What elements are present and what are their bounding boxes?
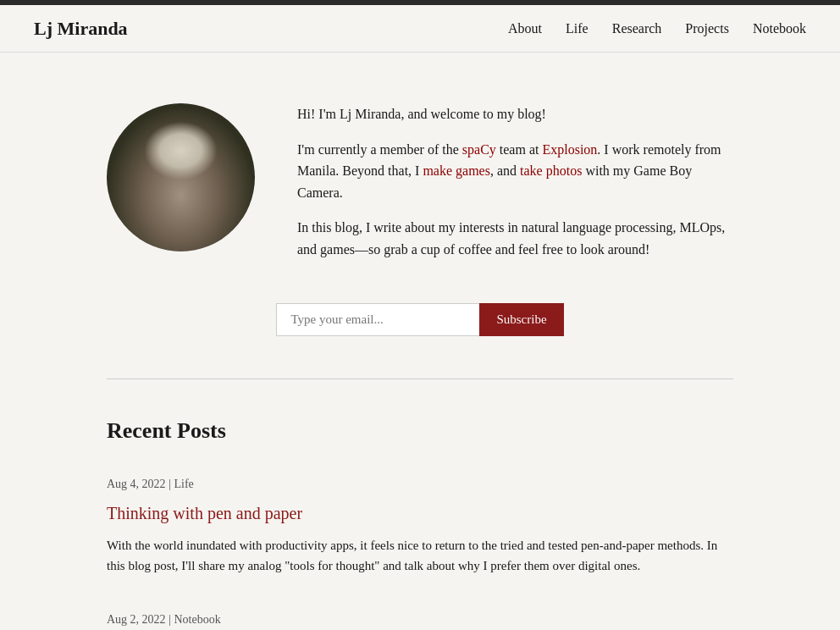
subscribe-button[interactable]: Subscribe: [479, 303, 563, 336]
post-date: Aug 2, 2022: [107, 613, 166, 626]
bio-para2: In this blog, I write about my interests…: [297, 217, 733, 260]
avatar-container: [107, 103, 255, 251]
header: Lj Miranda About Life Research Projects …: [0, 5, 840, 52]
bio-p1-mid: team at: [496, 142, 543, 157]
section-divider: [107, 379, 733, 379]
bio-greeting: Hi! I'm Lj Miranda, and welcome to my bl…: [297, 103, 733, 125]
post-item: Aug 4, 2022 | Life Thinking with pen and…: [107, 475, 733, 577]
post-title-link[interactable]: Thinking with pen and paper: [107, 500, 733, 527]
spacy-link[interactable]: spaCy: [462, 142, 496, 157]
main-nav: About Life Research Projects Notebook: [508, 18, 806, 40]
make-games-link[interactable]: make games: [423, 163, 490, 178]
recent-posts-section: Recent Posts Aug 4, 2022 | Life Thinking…: [107, 413, 733, 630]
nav-projects[interactable]: Projects: [685, 18, 729, 40]
main-content: Hi! I'm Lj Miranda, and welcome to my bl…: [90, 52, 750, 630]
post-category: Life: [174, 478, 193, 490]
recent-posts-heading: Recent Posts: [107, 413, 733, 449]
avatar-face: [107, 103, 255, 251]
nav-life[interactable]: Life: [566, 18, 589, 40]
take-photos-link[interactable]: take photos: [520, 163, 582, 178]
hero-section: Hi! I'm Lj Miranda, and welcome to my bl…: [107, 103, 733, 261]
nav-about[interactable]: About: [508, 18, 542, 40]
post-category: Notebook: [174, 613, 220, 626]
subscribe-section: Subscribe: [107, 303, 733, 336]
bio-p1-and: , and: [490, 163, 520, 178]
email-input[interactable]: [276, 303, 479, 336]
bio: Hi! I'm Lj Miranda, and welcome to my bl…: [297, 103, 733, 261]
site-title[interactable]: Lj Miranda: [34, 14, 128, 43]
explosion-link[interactable]: Explosion: [542, 142, 597, 157]
nav-notebook[interactable]: Notebook: [753, 18, 806, 40]
post-excerpt: With the world inundated with productivi…: [107, 535, 733, 578]
subscribe-form: Subscribe: [276, 303, 563, 336]
bio-para1: I'm currently a member of the spaCy team…: [297, 139, 733, 204]
post-item: Aug 2, 2022 | Notebook Your train-test s…: [107, 611, 733, 630]
post-meta: Aug 4, 2022 | Life: [107, 475, 733, 494]
post-date: Aug 4, 2022: [107, 478, 166, 490]
nav-research[interactable]: Research: [612, 18, 662, 40]
bio-p1-prefix: I'm currently a member of the: [297, 142, 462, 157]
post-meta: Aug 2, 2022 | Notebook: [107, 611, 733, 629]
avatar: [107, 103, 255, 251]
